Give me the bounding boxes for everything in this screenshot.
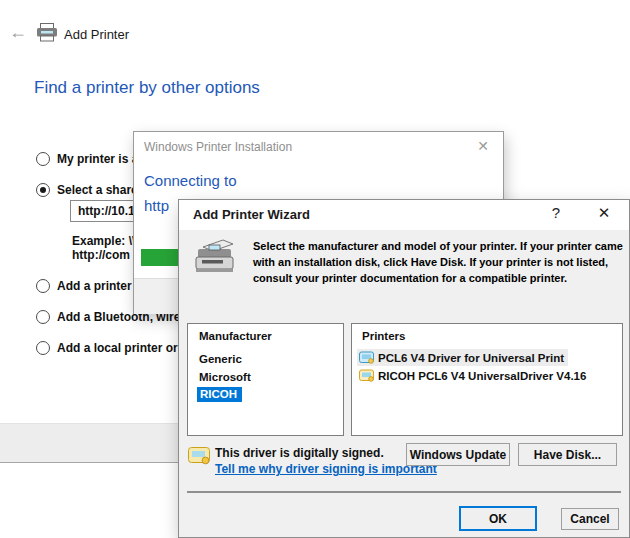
- radio-circle[interactable]: [36, 310, 50, 324]
- driver-icon: [359, 351, 374, 364]
- printers-listbox[interactable]: Printers PCL6 V4 Driver for Universal Pr…: [351, 323, 623, 436]
- printer-item-label: PCL6 V4 Driver for Universal Print: [378, 352, 564, 364]
- close-icon[interactable]: ✕: [474, 138, 492, 154]
- example-line1: Example: \\: [72, 234, 135, 248]
- signed-certificate-icon: [188, 446, 211, 466]
- manufacturer-header: Manufacturer: [199, 330, 272, 342]
- radio-add-printer-using[interactable]: Add a printer u: [36, 278, 142, 293]
- selected-item-highlight: RICOH: [197, 387, 242, 402]
- separator-line: [187, 491, 621, 493]
- manufacturer-item-ricoh-selected[interactable]: RICOH: [197, 388, 242, 400]
- connecting-url-text: http: [144, 197, 169, 214]
- manufacturer-listbox[interactable]: Manufacturer Generic Microsoft RICOH: [187, 323, 344, 436]
- radio-add-local[interactable]: Add a local printer or: [36, 340, 178, 355]
- windows-update-button[interactable]: Windows Update: [406, 443, 510, 466]
- ok-button[interactable]: OK: [459, 506, 537, 531]
- radio-circle[interactable]: [36, 341, 50, 355]
- printer-item-label: RICOH PCL6 V4 UniversalDriver V4.16: [378, 370, 586, 382]
- manufacturer-item-microsoft[interactable]: Microsoft: [199, 371, 251, 383]
- driver-icon: [359, 369, 374, 382]
- radio-label: Add a printer u: [57, 279, 142, 293]
- page-heading: Find a printer by other options: [34, 78, 260, 98]
- radio-select-shared[interactable]: Select a shared: [36, 182, 145, 197]
- back-arrow-icon[interactable]: ←: [9, 22, 27, 43]
- manufacturer-item-generic[interactable]: Generic: [199, 353, 242, 365]
- printer-icon: [36, 23, 58, 42]
- help-icon[interactable]: ?: [545, 204, 567, 226]
- radio-label: Add a local printer or: [57, 341, 178, 355]
- close-icon[interactable]: ✕: [591, 204, 617, 226]
- wizard-printer-icon: [193, 236, 239, 278]
- digitally-signed-text: This driver is digitally signed.: [215, 446, 384, 460]
- wizard-title: Add Printer Wizard: [193, 207, 310, 222]
- radio-circle-selected[interactable]: [36, 183, 50, 197]
- cancel-button[interactable]: Cancel: [561, 508, 619, 530]
- dialog-title: Windows Printer Installation: [144, 140, 292, 154]
- printer-item-ricoh-pcl6[interactable]: RICOH PCL6 V4 UniversalDriver V4.16: [357, 367, 590, 384]
- screen: ← Add Printer Find a printer by other op…: [0, 0, 630, 538]
- radio-circle[interactable]: [36, 152, 50, 166]
- printer-item-pcl6-universal[interactable]: PCL6 V4 Driver for Universal Print: [357, 349, 568, 366]
- wizard-instructions: Select the manufacturer and model of you…: [253, 238, 625, 286]
- add-printer-wizard-dialog: Add Printer Wizard ? ✕ Select the manufa…: [178, 199, 630, 538]
- radio-my-printer[interactable]: My printer is a: [36, 151, 138, 166]
- driver-signing-link[interactable]: Tell me why driver signing is important: [215, 462, 437, 476]
- window-title: Add Printer: [64, 27, 129, 42]
- example-hint: Example: \\http://com: [72, 234, 135, 262]
- radio-circle[interactable]: [36, 279, 50, 293]
- printers-header: Printers: [362, 330, 405, 342]
- connecting-text: Connecting to: [144, 172, 237, 189]
- radio-label: My printer is a: [57, 152, 138, 166]
- radio-label: Select a shared: [57, 183, 145, 197]
- have-disk-button[interactable]: Have Disk...: [518, 443, 617, 466]
- example-line2: http://com: [72, 248, 130, 262]
